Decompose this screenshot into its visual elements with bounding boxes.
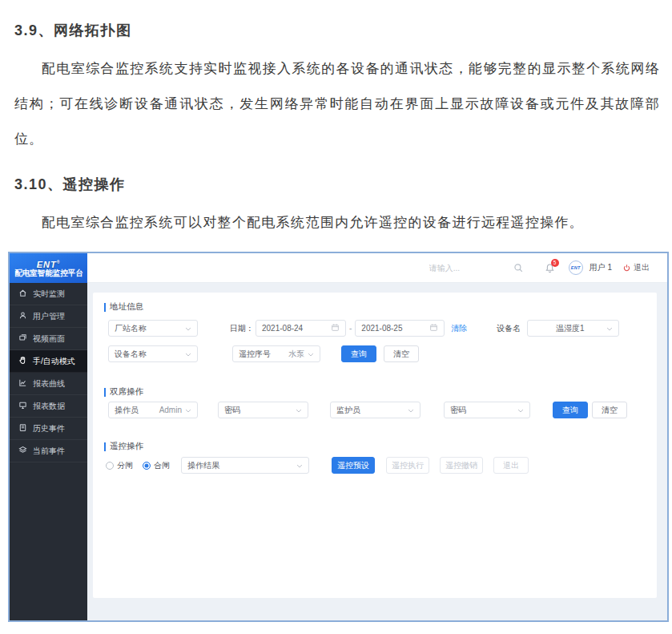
remote-preset-button[interactable]: 遥控预设 xyxy=(332,457,375,474)
hand-icon xyxy=(18,356,27,366)
address-row-1: 厂站名称 日期： 2021-08-24 - 2021-08-25 清除 设备名 xyxy=(93,320,657,337)
user-icon xyxy=(18,311,27,321)
calendar-icon xyxy=(429,323,438,333)
chevron-down-icon xyxy=(296,461,303,470)
notification-badge: 5 xyxy=(551,259,559,267)
form-card: 地址信息 厂站名称 日期： 2021-08-24 - 2021-08-25 xyxy=(93,293,657,598)
guardian-password-select[interactable]: 密码 xyxy=(444,402,530,418)
chevron-down-icon xyxy=(185,349,191,358)
dual-reset-button[interactable]: 清空 xyxy=(592,402,627,418)
section-bar xyxy=(104,388,106,397)
logout-label: 退出 xyxy=(634,262,650,273)
global-search xyxy=(428,263,524,273)
sidebar-item-label: 当前事件 xyxy=(33,446,65,457)
monitor-icon xyxy=(18,401,27,411)
radio-close-switch[interactable]: 合闸 xyxy=(143,460,170,471)
sidebar-item-manual-auto-mode[interactable]: 手/自动模式 xyxy=(10,350,87,373)
sidebar: ENT® 配电室智能监控平台 实时监测 用户管理 视频画面 手/自动模式 xyxy=(10,253,87,620)
sidebar-item-realtime-monitor[interactable]: 实时监测 xyxy=(10,283,87,305)
app-logo: ENT® 配电室智能监控平台 xyxy=(10,253,87,283)
address-query-button[interactable]: 查询 xyxy=(341,345,376,362)
section-title-address: 地址信息 xyxy=(104,302,657,312)
sidebar-item-label: 实时监测 xyxy=(33,289,65,300)
address-row-2: 设备名称 遥控序号 水泵 查询 清空 xyxy=(93,345,657,362)
topbar: 5 ENT 用户 1 退出 xyxy=(87,253,667,283)
sidebar-item-user-management[interactable]: 用户管理 xyxy=(10,305,87,328)
date-label: 日期： xyxy=(230,323,254,334)
logout-button[interactable]: 退出 xyxy=(622,262,650,273)
sidebar-item-label: 历史事件 xyxy=(33,423,65,434)
sidebar-item-label: 报表数据 xyxy=(33,401,65,412)
username: 用户 1 xyxy=(590,262,612,273)
document-page: 3.9、网络拓扑图 配电室综合监控系统支持实时监视接入系统的各设备的通讯状态，能… xyxy=(0,0,672,240)
radio-checked-icon xyxy=(143,462,151,470)
avatar-logo-text: ENT xyxy=(571,265,581,270)
operator-password-select[interactable]: 密码 xyxy=(218,402,308,418)
dual-row: 操作员 Admin 密码 监护员 密码 xyxy=(93,402,657,418)
app-screenshot-frame: ENT® 配电室智能监控平台 实时监测 用户管理 视频画面 手/自动模式 xyxy=(8,252,669,622)
chart-icon xyxy=(18,378,27,389)
chevron-down-icon xyxy=(408,406,414,414)
chevron-down-icon xyxy=(517,406,524,414)
address-reset-button[interactable]: 清空 xyxy=(384,345,419,362)
dual-query-button[interactable]: 查询 xyxy=(553,402,588,418)
section-title-dual: 双席操作 xyxy=(104,387,657,397)
registered-mark: ® xyxy=(57,260,61,265)
guardian-select[interactable]: 监护员 xyxy=(330,402,421,418)
remote-revoke-button[interactable]: 遥控撤销 xyxy=(440,457,483,474)
sidebar-item-current-events[interactable]: 当前事件 xyxy=(10,440,87,462)
chevron-down-icon xyxy=(606,324,613,333)
sidebar-item-report-curve[interactable]: 报表曲线 xyxy=(10,373,87,395)
clear-dates-link[interactable]: 清除 xyxy=(451,323,467,334)
doc-paragraph-3-9: 配电室综合监控系统支持实时监视接入系统的各设备的通讯状态，能够完整的显示整个系统… xyxy=(14,51,660,157)
sidebar-item-history-events[interactable]: 历史事件 xyxy=(10,418,87,440)
remote-execute-button[interactable]: 遥控执行 xyxy=(386,457,429,474)
operator-select[interactable]: 操作员 Admin xyxy=(108,402,198,418)
sidebar-item-report-data[interactable]: 报表数据 xyxy=(10,395,87,418)
section-bar xyxy=(104,442,106,451)
date-to-input[interactable]: 2021-08-25 xyxy=(355,320,445,337)
main-area: 5 ENT 用户 1 退出 地址信息 厂站名称 xyxy=(87,253,667,620)
video-icon xyxy=(18,333,27,344)
sidebar-item-label: 视频画面 xyxy=(33,333,65,345)
date-separator: - xyxy=(349,324,352,333)
avatar[interactable]: ENT xyxy=(569,260,583,275)
content-area: 地址信息 厂站名称 日期： 2021-08-24 - 2021-08-25 xyxy=(87,283,667,620)
remote-serial-select[interactable]: 遥控序号 水泵 xyxy=(232,345,320,362)
doc-paragraph-3-10: 配电室综合监控系统可以对整个配电系统范围内允许遥控的设备进行远程遥控操作。 xyxy=(14,205,660,240)
home-icon xyxy=(18,289,27,299)
doc-heading-3-10: 3.10、遥控操作 xyxy=(14,175,660,194)
radio-icon xyxy=(106,462,114,470)
platform-name: 配电室智能监控平台 xyxy=(14,269,83,278)
sidebar-item-video-view[interactable]: 视频画面 xyxy=(10,328,87,350)
search-icon[interactable] xyxy=(513,263,524,273)
section-bar xyxy=(104,303,106,312)
device-label: 设备名 xyxy=(497,323,521,334)
power-icon xyxy=(622,264,631,273)
layers-icon xyxy=(18,446,27,456)
device-name-select[interactable]: 设备名称 xyxy=(108,345,198,362)
sidebar-item-label: 用户管理 xyxy=(33,311,65,322)
station-name-select[interactable]: 厂站名称 xyxy=(108,320,198,337)
device-select[interactable]: 温湿度1 xyxy=(527,320,619,337)
notification-bell[interactable]: 5 xyxy=(545,263,555,273)
section-title-remote: 遥控操作 xyxy=(104,442,657,451)
doc-heading-3-9: 3.9、网络拓扑图 xyxy=(14,21,660,40)
chevron-down-icon xyxy=(308,349,314,358)
radio-open-switch[interactable]: 分闸 xyxy=(106,460,133,471)
remote-row: 分闸 合闸 操作结果 遥控预设 遥控执行 遥控撤销 退出 xyxy=(93,457,657,474)
date-from-input[interactable]: 2021-08-24 xyxy=(256,320,346,337)
remote-exit-button[interactable]: 退出 xyxy=(493,457,529,474)
sidebar-item-label: 手/自动模式 xyxy=(33,356,75,367)
chevron-down-icon xyxy=(185,406,191,414)
ent-brand-logo: ENT® xyxy=(37,258,61,269)
chevron-down-icon xyxy=(296,406,302,414)
sidebar-menu: 实时监测 用户管理 视频画面 手/自动模式 报表曲线 报表数据 xyxy=(10,283,87,462)
search-input[interactable] xyxy=(428,263,513,273)
operation-result-select[interactable]: 操作结果 xyxy=(181,457,309,474)
sidebar-item-label: 报表曲线 xyxy=(33,378,65,390)
calendar-icon xyxy=(331,323,340,333)
chevron-down-icon xyxy=(185,324,191,333)
history-icon xyxy=(18,423,27,434)
